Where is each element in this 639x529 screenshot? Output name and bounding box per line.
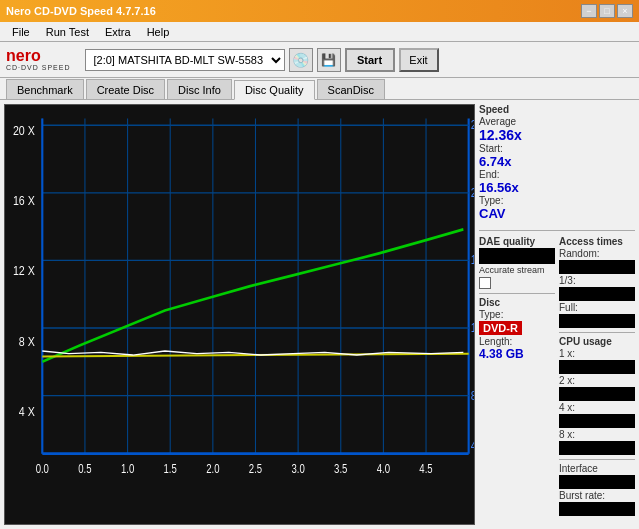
end-label: End: xyxy=(479,169,635,180)
tab-disc-info[interactable]: Disc Info xyxy=(167,79,232,99)
title-bar: Nero CD-DVD Speed 4.7.7.16 − □ × xyxy=(0,0,639,22)
svg-text:4: 4 xyxy=(471,437,474,453)
nero-sub: CD·DVD SPEED xyxy=(6,64,71,72)
svg-text:4.0: 4.0 xyxy=(377,462,390,475)
svg-text:0.0: 0.0 xyxy=(36,462,49,475)
start-label: Start: xyxy=(479,143,635,154)
dae-bar xyxy=(479,248,555,264)
disc-type-badge: DVD-R xyxy=(479,321,555,335)
disc-type-label: Type: xyxy=(479,309,555,320)
type-label: Type: xyxy=(479,195,635,206)
start-button[interactable]: Start xyxy=(345,48,395,72)
close-button[interactable]: × xyxy=(617,4,633,18)
exit-button[interactable]: Exit xyxy=(399,48,439,72)
svg-text:24: 24 xyxy=(471,117,474,133)
svg-text:12 X: 12 X xyxy=(13,263,35,279)
nero-logo: nero xyxy=(6,47,71,65)
toolbar: nero CD·DVD SPEED [2:0] MATSHITA BD-MLT … xyxy=(0,42,639,78)
random-bar xyxy=(559,260,635,274)
svg-text:0.5: 0.5 xyxy=(78,462,91,475)
svg-text:2.0: 2.0 xyxy=(206,462,219,475)
tab-create-disc[interactable]: Create Disc xyxy=(86,79,165,99)
svg-text:2.5: 2.5 xyxy=(249,462,262,475)
save-icon-button[interactable]: 💾 xyxy=(317,48,341,72)
chart-svg: 20 X 16 X 12 X 8 X 4 X xyxy=(5,105,474,524)
cpu-8x-label: 8 x: xyxy=(559,429,635,440)
menu-file[interactable]: File xyxy=(4,24,38,40)
svg-text:8: 8 xyxy=(471,387,474,403)
window-title: Nero CD-DVD Speed 4.7.7.16 xyxy=(6,5,156,17)
accurate-stream-checkbox-area xyxy=(479,277,555,289)
svg-text:4.5: 4.5 xyxy=(419,462,432,475)
interface-group: Interface Burst rate: xyxy=(559,463,635,516)
cpu-group: CPU usage 1 x: 2 x: 4 x: 8 x: xyxy=(559,336,635,455)
disc-icon-button[interactable]: 💿 xyxy=(289,48,313,72)
full-label: Full: xyxy=(559,302,635,313)
dae-group: DAE quality Accurate stream xyxy=(479,236,555,289)
svg-text:16: 16 xyxy=(471,252,474,268)
random-label: Random: xyxy=(559,248,635,259)
tab-disc-quality[interactable]: Disc Quality xyxy=(234,80,315,100)
access-times-group: Access times Random: 1/3: Full: xyxy=(559,236,635,328)
menu-bar: File Run Test Extra Help xyxy=(0,22,639,42)
cpu-2x-bar xyxy=(559,387,635,401)
tab-bar: Benchmark Create Disc Disc Info Disc Qua… xyxy=(0,78,639,100)
left-col: DAE quality Accurate stream Disc Type: D… xyxy=(479,236,555,520)
maximize-button[interactable]: □ xyxy=(599,4,615,18)
disc-group: Disc Type: DVD-R Length: 4.38 GB xyxy=(479,297,555,361)
cpu-4x-label: 4 x: xyxy=(559,402,635,413)
speed-section-title: Speed xyxy=(479,104,635,115)
interface-label: Interface xyxy=(559,463,635,474)
cpu-4x-bar xyxy=(559,414,635,428)
window-controls[interactable]: − □ × xyxy=(581,4,633,18)
end-value: 16.56x xyxy=(479,180,635,195)
svg-rect-0 xyxy=(5,105,474,524)
tab-benchmark[interactable]: Benchmark xyxy=(6,79,84,99)
speed-group: Speed Average 12.36x Start: 6.74x End: 1… xyxy=(479,104,635,221)
burst-bar xyxy=(559,502,635,516)
svg-text:20: 20 xyxy=(471,185,474,201)
disc-length-value: 4.38 GB xyxy=(479,347,555,361)
disc-length-label: Length: xyxy=(479,336,555,347)
nero-logo-area: nero CD·DVD SPEED xyxy=(6,47,71,72)
dae-section-title: DAE quality xyxy=(479,236,555,247)
menu-run-test[interactable]: Run Test xyxy=(38,24,97,40)
accurate-stream-label: Accurate stream xyxy=(479,265,555,275)
tab-scandisc[interactable]: ScanDisc xyxy=(317,79,385,99)
cpu-section-title: CPU usage xyxy=(559,336,635,347)
svg-text:1.5: 1.5 xyxy=(164,462,177,475)
svg-text:16 X: 16 X xyxy=(13,193,35,209)
svg-text:4 X: 4 X xyxy=(19,404,35,420)
disc-type-value: DVD-R xyxy=(479,321,522,335)
cpu-1x-label: 1 x: xyxy=(559,348,635,359)
chart-area: 20 X 16 X 12 X 8 X 4 X xyxy=(4,104,475,525)
type-value: CAV xyxy=(479,206,635,221)
one-third-label: 1/3: xyxy=(559,275,635,286)
one-third-bar xyxy=(559,287,635,301)
svg-text:20 X: 20 X xyxy=(13,123,35,139)
minimize-button[interactable]: − xyxy=(581,4,597,18)
menu-help[interactable]: Help xyxy=(139,24,178,40)
divider-1 xyxy=(479,230,635,231)
average-value: 12.36x xyxy=(479,127,635,143)
right-panel: Speed Average 12.36x Start: 6.74x End: 1… xyxy=(479,100,639,529)
drive-select[interactable]: [2:0] MATSHITA BD-MLT SW-5583 1049 xyxy=(85,49,285,71)
accurate-stream-checkbox[interactable] xyxy=(479,277,491,289)
cpu-1x-bar xyxy=(559,360,635,374)
access-section-title: Access times xyxy=(559,236,635,247)
divider-4 xyxy=(559,459,635,460)
cpu-2x-label: 2 x: xyxy=(559,375,635,386)
burst-label: Burst rate: xyxy=(559,490,635,501)
cpu-8x-bar xyxy=(559,441,635,455)
svg-text:3.5: 3.5 xyxy=(334,462,347,475)
right-cols: DAE quality Accurate stream Disc Type: D… xyxy=(479,236,635,520)
svg-text:3.0: 3.0 xyxy=(291,462,304,475)
svg-text:1.0: 1.0 xyxy=(121,462,134,475)
svg-text:8 X: 8 X xyxy=(19,333,35,349)
divider-3 xyxy=(559,332,635,333)
average-label: Average xyxy=(479,116,635,127)
disc-section-title: Disc xyxy=(479,297,555,308)
start-value: 6.74x xyxy=(479,154,635,169)
main-content: 20 X 16 X 12 X 8 X 4 X xyxy=(0,100,639,529)
menu-extra[interactable]: Extra xyxy=(97,24,139,40)
